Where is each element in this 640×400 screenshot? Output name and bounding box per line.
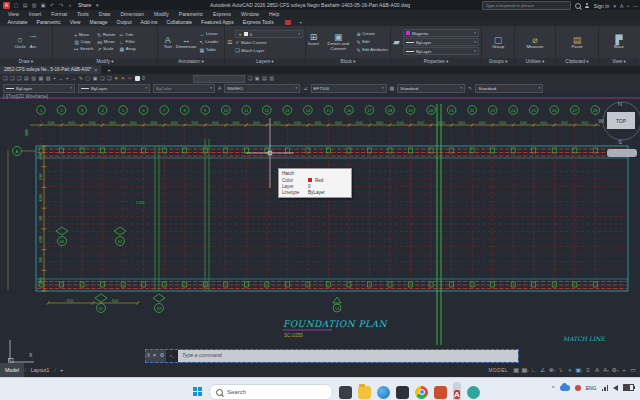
layout-tab-model[interactable]: Model: [0, 363, 24, 377]
linetype-control-dropdown[interactable]: ByLayer▾: [78, 84, 150, 93]
properties-panel-label[interactable]: Properties ▾: [391, 58, 481, 66]
stretch-button[interactable]: ↦Stretch: [74, 46, 93, 53]
command-customize-icon[interactable]: ⚙: [158, 350, 166, 362]
layer-tool-icon-0[interactable]: ❏: [248, 74, 252, 83]
plotstyle-control-dropdown[interactable]: ByColor▾: [153, 84, 215, 93]
file-tab-active[interactable]: 2852-CFS soleya Ne...5-16-Part A&B-A00*×: [0, 66, 101, 74]
layer-tool-icon-3[interactable]: ▥: [269, 74, 274, 83]
measure-button[interactable]: ⌀Measure: [526, 35, 543, 50]
menu-view[interactable]: View: [8, 11, 19, 17]
text-style-dropdown[interactable]: NSKHO▾: [224, 84, 300, 93]
autocad-app-icon[interactable]: A: [3, 2, 10, 9]
ribbon-tab-express-tools[interactable]: Express Tools: [243, 19, 274, 25]
layer-tool-icon-1[interactable]: ▣: [255, 74, 260, 83]
match-layer-button[interactable]: ❏Match Layer: [235, 47, 303, 54]
status-toggle-9[interactable]: A: [593, 365, 601, 376]
group-button[interactable]: ▢Group: [492, 35, 504, 50]
status-toggle-11[interactable]: ⚙▾: [611, 365, 619, 376]
share-icon[interactable]: ◗: [67, 2, 73, 8]
toolbar-icon-13[interactable]: ▣: [93, 74, 98, 83]
scale-button[interactable]: ↗Scale: [97, 46, 115, 53]
arc-button[interactable]: ⌒Arc: [29, 35, 38, 50]
create-button[interactable]: ⊕Create: [356, 31, 388, 38]
ribbon-tab-parametric[interactable]: Parametric: [37, 19, 61, 25]
app-store-icon[interactable]: ▾: [613, 3, 616, 9]
object-color-dropdown[interactable]: Magenta▾: [403, 29, 479, 37]
orange-app-icon[interactable]: [434, 386, 447, 399]
ribbon-tab-view[interactable]: View: [70, 19, 81, 25]
trim-button[interactable]: ✂Trim: [119, 32, 135, 39]
leader-button[interactable]: ↖Leader: [200, 39, 219, 46]
undo-icon[interactable]: ↶: [49, 2, 55, 8]
array-button[interactable]: ▦Array: [119, 46, 135, 53]
print-icon[interactable]: ▣: [40, 2, 46, 8]
command-input[interactable]: Type a command: [178, 350, 518, 362]
ribbon-tab-overflow-icon[interactable]: [285, 20, 291, 25]
qat-dropdown-icon[interactable]: ▾: [94, 2, 100, 8]
menu-help[interactable]: Help: [269, 11, 279, 17]
tray-chevron-icon[interactable]: ^: [552, 385, 555, 391]
toolbar-icon-6[interactable]: ▧: [46, 74, 51, 83]
edge-browser-icon[interactable]: [377, 386, 390, 399]
status-toggle-10[interactable]: A▾: [602, 365, 610, 376]
toolbar-icon-10[interactable]: →: [71, 74, 76, 83]
mleader-style-icon[interactable]: ↖: [468, 84, 472, 93]
status-toggle-6[interactable]: ⌖: [566, 365, 574, 376]
command-close-icon[interactable]: ×: [151, 350, 158, 362]
teal-app-icon[interactable]: [467, 386, 480, 399]
draw-panel-label[interactable]: Draw ▾: [0, 58, 52, 66]
toolbar-icon-7[interactable]: +: [53, 74, 56, 83]
layers-panel-label[interactable]: Layers ▾: [225, 58, 305, 66]
rotate-button[interactable]: ↻Rotate: [97, 32, 115, 39]
ribbon-tab-add-ins[interactable]: Add-ins: [141, 19, 158, 25]
ribbon-tab-featured-apps[interactable]: Featured Apps: [201, 19, 234, 25]
status-toggle-7[interactable]: ▣▾: [575, 365, 583, 376]
ribbon-tab-overflow-caret[interactable]: ▾: [300, 20, 302, 25]
menu-express[interactable]: Express: [213, 11, 231, 17]
menu-parametric[interactable]: Parametric: [179, 11, 203, 17]
fillet-button[interactable]: ∟Fillet: [119, 39, 135, 46]
status-toggle-13[interactable]: ▭: [629, 365, 637, 376]
toolbar-icon-4[interactable]: ▥: [31, 74, 36, 83]
model-space-canvas[interactable]: [-][Top][2D Wireframe] 12345678910111213…: [0, 93, 640, 363]
linear-button[interactable]: ↔Linear: [200, 31, 219, 38]
volume-icon[interactable]: [613, 385, 618, 391]
status-toggle-2[interactable]: ∟: [530, 365, 538, 376]
circle-button[interactable]: ○Circle: [14, 35, 25, 50]
dim-style-dropdown[interactable]: EFT100▾: [311, 84, 387, 93]
layer-tool-icon-2[interactable]: ▤: [262, 74, 267, 83]
move-button[interactable]: +Move: [74, 32, 93, 39]
layout-tab-layout1[interactable]: Layout1: [26, 363, 54, 377]
utilities-panel-label[interactable]: Utilities ▾: [515, 58, 555, 66]
save-icon[interactable]: ▥: [31, 2, 37, 8]
color-control-dropdown[interactable]: ByLayer▾: [3, 84, 75, 93]
battery-icon[interactable]: [623, 384, 634, 391]
groups-panel-label[interactable]: Groups ▾: [482, 58, 514, 66]
menu-window[interactable]: Window: [241, 11, 259, 17]
layer-properties-button[interactable]: ≡: [227, 37, 232, 47]
dark-app-icon[interactable]: [396, 386, 409, 399]
status-toggle-1[interactable]: ▦▾: [521, 365, 529, 376]
current-layer-value[interactable]: 0: [142, 74, 145, 83]
status-toggle-8[interactable]: ≡: [584, 365, 592, 376]
new-drawing-tab-button[interactable]: +: [107, 66, 111, 74]
add-layout-button[interactable]: +: [56, 367, 68, 373]
status-toggle-5[interactable]: \▾: [557, 365, 565, 376]
layer-lock-icon[interactable]: ✂: [128, 74, 132, 83]
toolbar-icon-2[interactable]: ❏: [17, 74, 21, 83]
user-avatar-icon[interactable]: [585, 3, 590, 8]
toolbar-icon-12[interactable]: ▢: [85, 74, 90, 83]
toolbar-icon-11[interactable]: ✎: [79, 74, 83, 83]
menu-draw[interactable]: Draw: [99, 11, 111, 17]
onedrive-icon[interactable]: [560, 385, 570, 391]
toolbar-icon-0[interactable]: ❏: [3, 74, 7, 83]
toolbar-icon-8[interactable]: ↔: [58, 74, 63, 83]
keyword-search-input[interactable]: Type a keyword or phrase: [482, 1, 571, 10]
mirror-button[interactable]: ⋈Mirror: [97, 39, 115, 46]
minimize-button[interactable]: —: [633, 3, 638, 9]
start-button[interactable]: [193, 387, 203, 397]
taskbar-search[interactable]: Search: [209, 384, 333, 400]
make-current-button[interactable]: ✓Make Current: [235, 39, 303, 46]
match-properties-button[interactable]: ▰: [393, 37, 400, 47]
linetype-dropdown[interactable]: ByLayer▾: [403, 38, 479, 46]
